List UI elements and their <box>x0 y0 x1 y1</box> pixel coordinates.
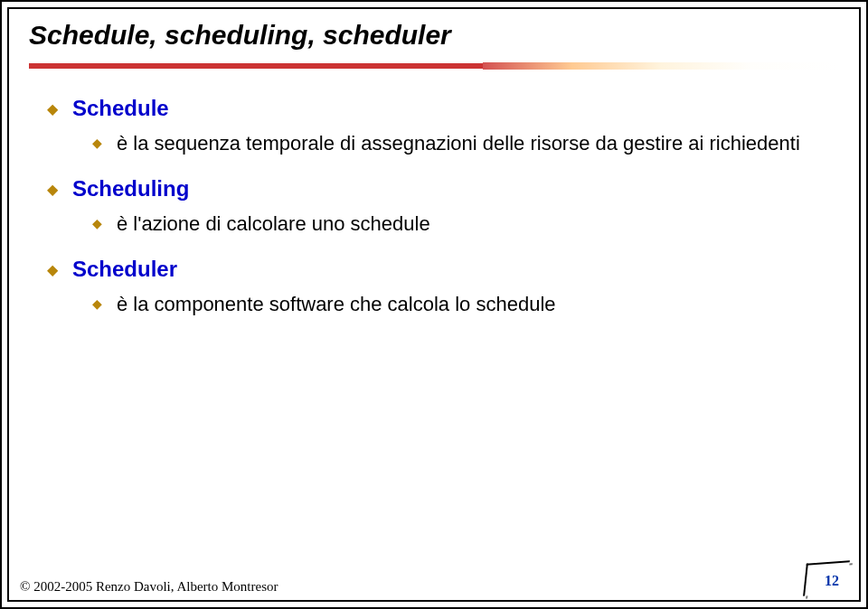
slide-title: Schedule, scheduling, scheduler <box>29 20 839 51</box>
list-subitem: ◆ è la sequenza temporale di assegnazion… <box>92 130 839 158</box>
list-item: ◆ Scheduler <box>47 257 839 282</box>
diamond-bullet-icon: ◆ <box>47 100 58 117</box>
heading-text: Scheduling <box>72 176 189 201</box>
divider-red <box>29 63 483 69</box>
list-item: ◆ Scheduling <box>47 176 839 201</box>
title-divider <box>29 63 839 78</box>
diamond-bullet-icon: ◆ <box>92 296 102 311</box>
slide-content: Schedule, scheduling, scheduler ◆ Schedu… <box>2 2 866 607</box>
slide-footer: © 2002-2005 Renzo Davoli, Alberto Montre… <box>20 555 848 595</box>
list-subitem: ◆ è la componente software che calcola l… <box>92 291 839 319</box>
sub-text: è l'azione di calcolare uno schedule <box>117 211 430 239</box>
divider-gradient <box>483 62 839 70</box>
diamond-bullet-icon: ◆ <box>92 136 102 150</box>
list-subitem: ◆ è l'azione di calcolare uno schedule <box>92 211 839 239</box>
heading-text: Scheduler <box>72 257 177 282</box>
diamond-bullet-icon: ◆ <box>47 261 58 278</box>
sub-text: è la sequenza temporale di assegnazioni … <box>117 130 800 158</box>
diamond-bullet-icon: ◆ <box>47 181 58 198</box>
page-number: 12 <box>825 573 839 589</box>
list-item: ◆ Schedule <box>47 96 839 121</box>
diamond-bullet-icon: ◆ <box>92 216 102 230</box>
sub-text: è la componente software che calcola lo … <box>117 291 556 319</box>
body-content: ◆ Schedule ◆ è la sequenza temporale di … <box>29 96 839 318</box>
page-corner: 12 <box>794 555 848 595</box>
copyright-text: © 2002-2005 Renzo Davoli, Alberto Montre… <box>20 579 278 595</box>
heading-text: Schedule <box>72 96 169 121</box>
